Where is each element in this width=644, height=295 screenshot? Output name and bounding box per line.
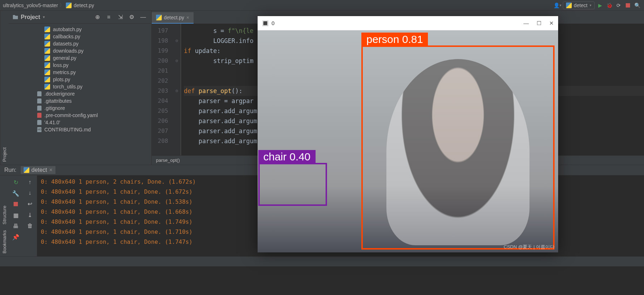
yaml-icon	[37, 113, 42, 118]
tab-label: detect.py	[164, 15, 184, 20]
tree-item[interactable]: callbacks.py	[9, 33, 151, 40]
python-icon	[44, 34, 50, 39]
bbox-chair: chair 0.40	[258, 163, 327, 206]
bbox-label: chair 0.40	[258, 150, 316, 164]
structure-tab[interactable]: Structure	[2, 205, 7, 224]
breadcrumb[interactable]: ultralytics_yolov5-master 〉 detect.py	[3, 2, 553, 9]
more-run-icon[interactable]: ⟳	[615, 1, 623, 9]
python-icon	[44, 69, 50, 75]
file-icon	[37, 98, 42, 103]
run-button[interactable]: ▶	[596, 1, 604, 9]
run-toolbar-primary: ↻ 🔧 ▦ 🖶 📌	[9, 175, 23, 256]
pin-icon[interactable]: 📌	[12, 234, 19, 241]
python-icon	[44, 77, 50, 82]
wrap-icon[interactable]: ↩	[28, 200, 32, 207]
python-icon	[66, 3, 72, 8]
down-icon[interactable]: ↓	[29, 190, 31, 196]
tree-item[interactable]: .gitignore	[9, 105, 151, 112]
breadcrumb-file[interactable]: detect.py	[74, 3, 94, 8]
close-icon[interactable]: ×	[49, 167, 52, 173]
trash-icon[interactable]: 🗑	[27, 223, 33, 229]
tree-item[interactable]: torch_utils.py	[9, 83, 151, 90]
python-icon	[44, 41, 50, 47]
python-icon	[44, 55, 50, 61]
python-icon	[24, 167, 29, 173]
run-toolbar-secondary: ↑ ↓ ↩ ⤓ 🗑	[23, 175, 37, 256]
run-configuration-selector[interactable]: detect ▾	[563, 1, 595, 9]
detection-video-frame: chair 0.40 person 0.81 CSDN @夏天 | 여름이다	[258, 30, 558, 252]
file-icon	[37, 91, 42, 96]
wrench-icon[interactable]: 🔧	[12, 190, 19, 197]
bbox-label: person 0.81	[361, 33, 428, 46]
tree-item[interactable]: CONTRIBUTING.md	[9, 126, 151, 133]
fold-gutter[interactable]: ⊖⊖⊖	[172, 24, 181, 155]
bbox-person: person 0.81	[361, 45, 555, 250]
expand-all-icon[interactable]: ≡	[105, 13, 113, 21]
file-icon	[37, 106, 42, 111]
toolbar-right: 👤▾ detect ▾ ▶ 🐞 ⟳ 🔍	[553, 1, 641, 9]
stop-button[interactable]	[624, 1, 632, 9]
project-header: Project ▾ ⊕ ≡ ⇲ ⚙ —	[9, 11, 151, 24]
python-icon	[44, 48, 50, 54]
minimize-icon[interactable]: —	[523, 20, 529, 26]
close-icon[interactable]: ✕	[549, 20, 554, 26]
breadcrumb-root[interactable]: ultralytics_yolov5-master	[3, 3, 58, 8]
app-icon: 🔳	[262, 20, 269, 26]
run-config-name: detect	[574, 3, 587, 8]
project-panel: Project ▾ ⊕ ≡ ⇲ ⚙ — autobatch.py callbac…	[9, 11, 152, 165]
line-gutter: 197198199200201202203204205206207208	[152, 24, 172, 155]
project-title: Project	[21, 14, 40, 20]
editor-tab[interactable]: detect.py ×	[152, 12, 194, 24]
bookmarks-tab[interactable]: Bookmarks	[2, 230, 7, 253]
rerun-icon[interactable]: ↻	[14, 179, 18, 186]
user-icon[interactable]: 👤▾	[553, 1, 561, 9]
tree-item[interactable]: autobatch.py	[9, 26, 151, 33]
python-icon	[156, 15, 162, 20]
window-title: 0	[272, 20, 274, 26]
tree-item[interactable]: plots.py	[9, 76, 151, 83]
collapse-all-icon[interactable]: ⇲	[116, 13, 124, 21]
tree-item[interactable]: loss.py	[9, 62, 151, 69]
left-toolwindow-stripe[interactable]: Project	[0, 11, 9, 165]
project-tab[interactable]: Project	[2, 148, 7, 162]
markdown-icon	[37, 127, 42, 132]
chevron-down-icon[interactable]: ▾	[43, 15, 45, 19]
tree-item[interactable]: downloads.py	[9, 47, 151, 54]
chevron-down-icon: ▾	[590, 3, 591, 7]
tree-item[interactable]: general.py	[9, 54, 151, 62]
tree-item[interactable]: '4.41.0'	[9, 119, 151, 126]
tree-item[interactable]: datasets.py	[9, 40, 151, 47]
tree-item[interactable]: .gitattributes	[9, 97, 151, 105]
settings-icon[interactable]: ⚙	[128, 13, 136, 21]
breadcrumb-sep: 〉	[59, 2, 64, 9]
tree-item[interactable]: .pre-commit-config.yaml	[9, 112, 151, 119]
left-toolwindow-stripe-bottom[interactable]: Bookmarks Structure	[0, 175, 9, 256]
tree-item[interactable]: metrics.py	[9, 69, 151, 76]
run-title: Run:	[4, 167, 16, 173]
project-tree[interactable]: autobatch.py callbacks.py datasets.py do…	[9, 24, 151, 165]
python-icon	[44, 26, 50, 32]
python-icon	[44, 62, 50, 68]
folder-icon	[13, 15, 18, 19]
top-navigation: ultralytics_yolov5-master 〉 detect.py 👤▾…	[0, 0, 644, 11]
up-icon[interactable]: ↑	[29, 179, 31, 185]
watermark: CSDN @夏天 | 여름이다	[504, 244, 555, 250]
stop-icon[interactable]	[14, 201, 18, 208]
status-bar	[0, 256, 644, 266]
select-opened-icon[interactable]: ⊕	[93, 13, 101, 21]
print-icon[interactable]: 🖶	[13, 223, 19, 229]
python-icon	[566, 3, 572, 8]
tree-item[interactable]: .dockerignore	[9, 90, 151, 97]
detection-titlebar[interactable]: 🔳 0 — ☐ ✕	[258, 16, 558, 30]
search-button[interactable]: 🔍	[633, 1, 641, 9]
detection-window[interactable]: 🔳 0 — ☐ ✕ chair 0.40 person 0.81 CSDN @夏…	[258, 16, 558, 252]
minimize-icon[interactable]: —	[139, 13, 147, 21]
file-icon	[37, 120, 42, 125]
close-icon[interactable]: ×	[186, 15, 189, 20]
run-tab[interactable]: detect ×	[21, 166, 55, 174]
scroll-icon[interactable]: ⤓	[28, 212, 32, 218]
maximize-icon[interactable]: ☐	[537, 20, 541, 26]
layout-icon[interactable]: ▦	[13, 212, 19, 219]
debug-button[interactable]: 🐞	[605, 1, 613, 9]
python-icon	[44, 84, 50, 90]
